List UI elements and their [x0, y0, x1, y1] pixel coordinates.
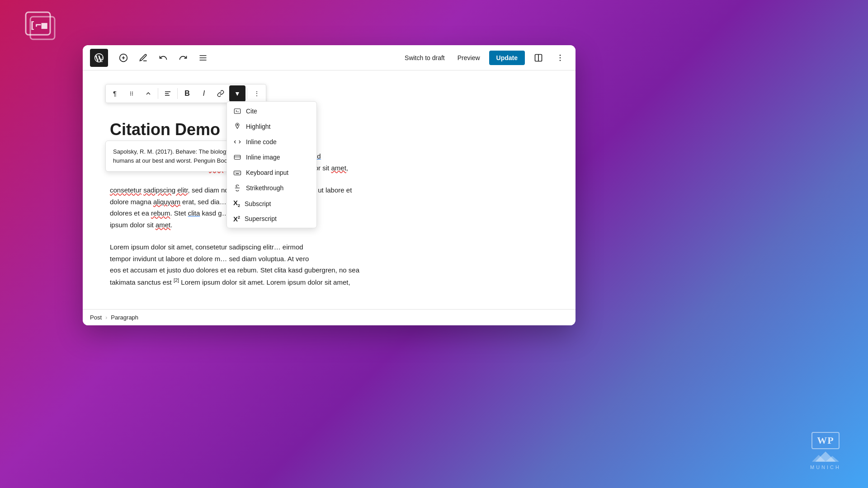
svg-point-14: [130, 92, 131, 93]
preview-button[interactable]: Preview: [454, 52, 484, 64]
add-block-button[interactable]: [115, 50, 132, 66]
dropdown-highlight-label: Highlight: [246, 123, 270, 130]
dropdown-item-superscript[interactable]: X2 Superscript: [227, 211, 316, 226]
update-button[interactable]: Update: [489, 51, 525, 65]
switch-to-draft-button[interactable]: Switch to draft: [401, 52, 448, 64]
editor-title-area: Citation Demo: [110, 120, 548, 139]
svg-point-16: [130, 93, 131, 94]
svg-text:[⌐■: [⌐■: [29, 19, 47, 31]
status-separator: ›: [105, 314, 107, 321]
svg-rect-25: [234, 155, 241, 160]
dropdown-item-inline-image[interactable]: Inline image: [227, 150, 316, 165]
move-block-button[interactable]: [140, 85, 156, 102]
svg-point-24: [237, 124, 238, 125]
block-toolbar: ¶ B: [105, 84, 266, 103]
italic-button[interactable]: I: [196, 85, 212, 102]
layout-button[interactable]: [530, 50, 547, 66]
paragraph-2[interactable]: consetetur sadipscing elitr, sed diam no…: [110, 184, 548, 230]
page-title[interactable]: Citation Demo: [110, 120, 548, 139]
bold-button[interactable]: B: [179, 85, 195, 102]
list-view-button[interactable]: [195, 50, 211, 66]
svg-point-12: [560, 57, 561, 58]
dropdown-item-subscript[interactable]: X2 Subscript: [227, 196, 316, 211]
block-options-button[interactable]: ⋮: [249, 85, 265, 102]
citation-text: Sapolsky, R. M. (2017). Behave: The biol…: [113, 147, 240, 165]
drag-handle-button[interactable]: [123, 85, 140, 102]
dropdown-superscript-label: Superscript: [245, 215, 277, 222]
svg-point-17: [132, 93, 133, 94]
toolbar-divider-1: [158, 88, 158, 99]
dropdown-item-keyboard-input[interactable]: Keyboard input: [227, 165, 316, 180]
svg-point-18: [130, 94, 131, 95]
wp-logo-button[interactable]: [90, 49, 108, 67]
dropdown-strikethrough-label: Strikethrough: [246, 184, 283, 192]
status-post-label: Post: [90, 314, 102, 321]
dropdown-cite-label: Cite: [246, 108, 257, 115]
paragraph-type-button[interactable]: ¶: [107, 85, 123, 102]
redo-button[interactable]: [175, 50, 191, 66]
dropdown-item-highlight[interactable]: Highlight: [227, 119, 316, 134]
dropdown-item-strikethrough[interactable]: Strikethrough: [227, 180, 316, 196]
svg-point-11: [560, 54, 561, 56]
editor-content-area: ¶ B: [83, 70, 576, 309]
toolbar-divider-2: [177, 88, 178, 99]
top-bar: Switch to draft Preview Update: [83, 45, 576, 70]
undo-button[interactable]: [155, 50, 171, 66]
link-button[interactable]: [212, 85, 229, 102]
wpm-text: munich: [810, 465, 841, 470]
dropdown-inline-image-label: Inline image: [246, 154, 280, 161]
editor-window: Switch to draft Preview Update ¶: [83, 45, 576, 325]
tools-button[interactable]: [135, 50, 151, 66]
align-button[interactable]: [160, 85, 176, 102]
svg-point-13: [560, 60, 561, 61]
dropdown-item-cite[interactable]: Cite: [227, 103, 316, 119]
top-bar-right: Switch to draft Preview Update: [401, 50, 568, 66]
dropdown-item-inline-code[interactable]: Inline code: [227, 134, 316, 150]
more-rich-text-button[interactable]: ▼: [229, 85, 245, 102]
dropdown-subscript-label: Subscript: [245, 200, 271, 207]
svg-point-15: [132, 92, 133, 93]
status-bar: Post › Paragraph: [83, 309, 576, 325]
toolbar-divider-3: [247, 88, 247, 99]
dropdown-menu: Cite Highlight Inline code: [226, 101, 317, 228]
wp-munich-logo-bottomright: WP munich: [810, 432, 841, 470]
paragraph-3[interactable]: Lorem ipsum dolor sit amet, consetetur s…: [110, 241, 548, 288]
svg-rect-23: [234, 109, 241, 114]
svg-rect-27: [234, 171, 241, 175]
dropdown-inline-code-label: Inline code: [246, 138, 277, 145]
status-paragraph-label: Paragraph: [111, 314, 138, 321]
dropdown-keyboard-input-label: Keyboard input: [246, 169, 288, 176]
wp-munich-logo-topleft: [⌐■: [23, 9, 63, 45]
svg-point-19: [132, 94, 133, 95]
more-options-button[interactable]: [552, 50, 568, 66]
